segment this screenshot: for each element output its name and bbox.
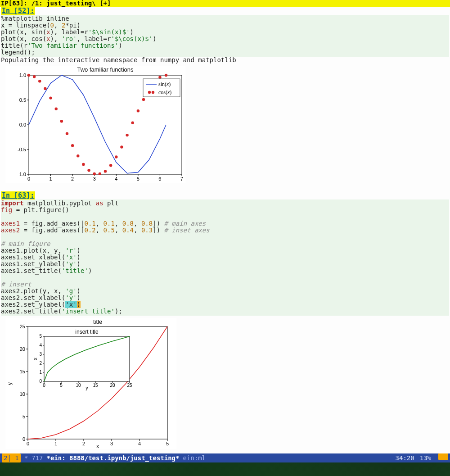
editor-buffer[interactable]: In [52]: %matplotlib inline x = linspace…: [0, 7, 450, 453]
status-buffer-name: *ein: 8888/test.ipynb/just_testing*: [46, 453, 179, 462]
svg-point-32: [44, 87, 46, 90]
svg-text:25: 25: [127, 383, 132, 388]
svg-text:4: 4: [39, 343, 42, 348]
svg-text:0: 0: [27, 176, 30, 181]
svg-text:15: 15: [20, 369, 25, 374]
svg-text:0: 0: [22, 436, 25, 442]
svg-point-30: [33, 75, 36, 78]
status-scroll-percent: 13%: [420, 453, 431, 462]
svg-point-59: [152, 91, 154, 94]
svg-point-49: [137, 109, 140, 112]
svg-point-31: [38, 80, 41, 82]
svg-point-43: [104, 170, 107, 172]
cell-prompt-52: In [52]:: [1, 7, 35, 15]
svg-point-29: [27, 74, 30, 77]
svg-text:5: 5: [39, 334, 42, 339]
svg-text:4: 4: [138, 441, 141, 446]
svg-point-39: [82, 163, 85, 166]
svg-text:1: 1: [54, 441, 57, 446]
svg-text:x: x: [32, 358, 38, 360]
svg-text:1: 1: [50, 176, 52, 181]
svg-point-54: [165, 74, 167, 77]
svg-point-35: [60, 120, 63, 122]
svg-point-48: [131, 121, 134, 124]
text-cursor: ): [77, 301, 81, 308]
svg-text:5: 5: [22, 414, 25, 419]
svg-text:2: 2: [71, 176, 74, 181]
svg-text:15: 15: [93, 383, 98, 388]
svg-text:2: 2: [82, 441, 85, 446]
svg-point-40: [87, 169, 90, 172]
svg-text:20: 20: [20, 346, 25, 352]
code-cell-63[interactable]: import matplotlib.pyplot as plt fig = pl…: [1, 199, 449, 316]
svg-text:cos(x): cos(x): [158, 89, 171, 95]
svg-text:1: 1: [39, 370, 42, 375]
chart-output-52: Two familiar functions 01234567 -1.0-0.5…: [1, 63, 449, 185]
cell-prompt-63: In [63]:: [1, 191, 35, 199]
svg-text:6: 6: [158, 176, 161, 181]
svg-text:5: 5: [166, 441, 169, 446]
svg-rect-90: [44, 336, 130, 381]
chart-output-63: title x y 012345 0510152025 insert title…: [1, 316, 449, 451]
code-cell-52[interactable]: %matplotlib inline x = linspace(0, 2*pi)…: [1, 15, 449, 57]
svg-point-50: [142, 98, 145, 101]
svg-text:title: title: [93, 318, 102, 325]
svg-text:0: 0: [43, 383, 45, 388]
svg-text:y: y: [86, 385, 88, 390]
status-modified-star: *: [24, 453, 28, 462]
svg-text:3: 3: [110, 441, 113, 446]
svg-point-34: [55, 108, 58, 110]
status-line-count: 717: [32, 453, 43, 462]
svg-text:5: 5: [137, 176, 140, 181]
cursor-region: 'x': [65, 301, 76, 308]
status-indicator-icon: [438, 453, 448, 460]
svg-point-37: [71, 144, 74, 147]
status-bar: 2| 1 * 717 *ein: 8888/test.ipynb/just_te…: [0, 453, 450, 462]
svg-point-38: [76, 154, 79, 157]
status-cursor-position: 34:20: [396, 453, 414, 462]
status-badge-left: 2| 1: [2, 453, 21, 462]
svg-text:y: y: [7, 382, 13, 385]
svg-text:0: 0: [39, 379, 42, 384]
svg-text:7: 7: [180, 176, 183, 181]
window-titlebar: IP[63]: /1: just_testing\ [+]: [0, 0, 450, 7]
svg-point-46: [120, 145, 123, 148]
svg-point-36: [66, 132, 68, 135]
svg-point-33: [49, 96, 52, 99]
svg-text:2: 2: [39, 361, 42, 366]
svg-text:Two familiar functions: Two familiar functions: [77, 66, 134, 73]
svg-text:10: 10: [20, 391, 25, 397]
svg-text:insert title: insert title: [75, 329, 99, 335]
svg-text:-1.0: -1.0: [18, 172, 26, 177]
svg-text:0.0: 0.0: [19, 122, 26, 127]
svg-point-58: [148, 91, 151, 94]
svg-text:-0.5: -0.5: [18, 147, 26, 152]
svg-point-45: [115, 155, 117, 158]
svg-text:20: 20: [110, 383, 115, 388]
svg-text:x: x: [96, 443, 99, 449]
svg-text:0.5: 0.5: [19, 97, 26, 103]
svg-point-47: [126, 134, 128, 136]
svg-point-53: [158, 76, 161, 78]
stdout-52: Populating the interactive namespace fro…: [1, 57, 449, 63]
svg-text:1.0: 1.0: [19, 73, 26, 78]
svg-point-42: [99, 172, 101, 175]
svg-text:3: 3: [93, 176, 96, 181]
svg-text:25: 25: [20, 324, 25, 329]
svg-text:3: 3: [39, 352, 42, 357]
svg-point-41: [93, 172, 96, 175]
svg-point-44: [109, 164, 112, 167]
svg-text:5: 5: [60, 383, 63, 388]
svg-text:10: 10: [76, 383, 81, 388]
svg-text:4: 4: [115, 176, 117, 181]
status-mode: ein:ml: [183, 453, 206, 462]
svg-text:0: 0: [27, 441, 29, 446]
svg-text:sin(x): sin(x): [158, 81, 171, 87]
